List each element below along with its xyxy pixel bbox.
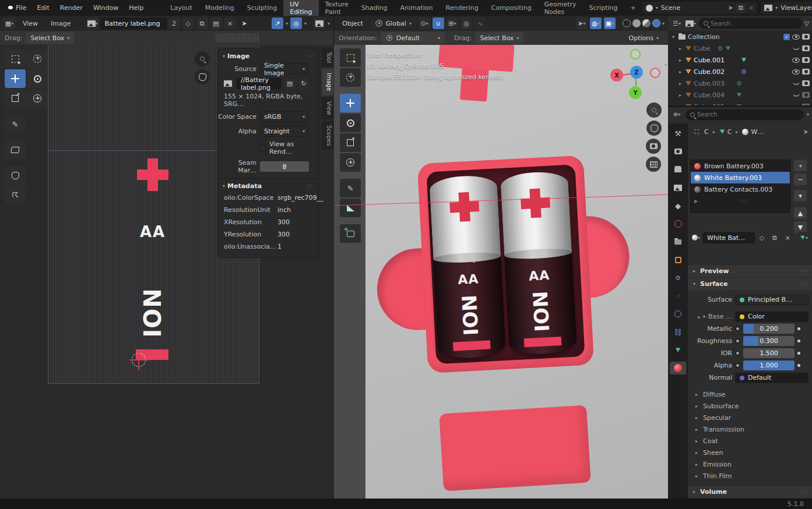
unlink-image-button[interactable]: × bbox=[224, 17, 236, 29]
menu-window[interactable]: Window bbox=[88, 0, 124, 16]
outliner-search[interactable] bbox=[699, 18, 802, 29]
vp-drag-mode-dropdown[interactable]: Select Box▾ bbox=[475, 32, 523, 44]
subpanel-diffuse[interactable]: ▸Diffuse bbox=[688, 388, 812, 400]
reload-icon[interactable]: ↻ bbox=[298, 79, 309, 89]
properties-search-input[interactable] bbox=[697, 111, 799, 118]
eye-open-icon[interactable] bbox=[792, 34, 800, 40]
snap-magnet-icon[interactable]: ∪ bbox=[433, 17, 444, 29]
add-workspace-button[interactable]: + bbox=[624, 0, 642, 16]
orientation-dropdown[interactable]: Global▾ bbox=[370, 17, 416, 29]
properties-editor-type-button[interactable]: ≡▾ bbox=[671, 109, 683, 121]
uv-tool-move[interactable] bbox=[5, 69, 26, 88]
base-color-label[interactable]: ▸ • Base … bbox=[688, 313, 732, 320]
tab-render[interactable] bbox=[670, 145, 686, 158]
uv-horizontal-scrollbar[interactable] bbox=[216, 33, 259, 43]
subpanel-specular[interactable]: ▸Specular bbox=[688, 412, 812, 423]
uv-menu-view[interactable]: View bbox=[17, 16, 43, 31]
tab-object-data[interactable] bbox=[670, 344, 686, 356]
camera-visibility-icon[interactable] bbox=[802, 34, 810, 40]
tab-object[interactable] bbox=[670, 253, 686, 266]
uv-tool-rotate[interactable] bbox=[27, 69, 48, 88]
uv-tool-grab[interactable] bbox=[5, 166, 26, 185]
id-screen-icon[interactable]: ⛶ bbox=[691, 126, 702, 137]
panel-grip[interactable]: ∷∷ bbox=[307, 183, 314, 189]
camera-visibility-icon[interactable] bbox=[802, 57, 810, 63]
eye-closed-icon[interactable] bbox=[793, 82, 800, 85]
keyframe-dot[interactable] bbox=[797, 364, 800, 367]
input-socket[interactable] bbox=[735, 326, 740, 331]
tab-sculpting[interactable]: Sculpting bbox=[241, 0, 283, 16]
tab-animation[interactable]: Animation bbox=[393, 0, 439, 16]
camera-visibility-icon[interactable] bbox=[802, 69, 810, 75]
uv-pan-button[interactable] bbox=[195, 69, 210, 84]
subpanel-emission[interactable]: ▸Emission bbox=[688, 458, 812, 470]
source-dropdown[interactable]: Single Image▾ bbox=[260, 63, 309, 75]
uv-tool-annotate[interactable]: ✎ bbox=[5, 115, 26, 133]
vp-tool-select-box[interactable] bbox=[340, 48, 361, 67]
eye-closed-icon[interactable] bbox=[793, 93, 800, 97]
vp-tool-measure[interactable] bbox=[340, 199, 361, 217]
outliner-row-cube-003[interactable]: ▸ Cube.003 ⚙ bbox=[668, 77, 812, 89]
xray-button[interactable]: ▣▾ bbox=[604, 17, 616, 29]
tab-layout[interactable]: Layout bbox=[164, 0, 198, 16]
vp-tool-add-cube[interactable] bbox=[340, 224, 361, 243]
axis-y-ball[interactable]: Y bbox=[629, 86, 642, 99]
surface-panel-header[interactable]: ▾Surface∷∷ bbox=[688, 277, 812, 290]
uv-tool-cursor[interactable] bbox=[27, 50, 48, 68]
shading-rendered-button[interactable] bbox=[652, 19, 660, 27]
vp-tool-move[interactable] bbox=[340, 94, 361, 112]
tab-collection[interactable] bbox=[670, 235, 686, 248]
tab-scene[interactable]: ◆ bbox=[670, 199, 686, 212]
transform-orientation-dropdown[interactable]: Default▾ bbox=[381, 32, 445, 44]
preview-panel-header[interactable]: ▸Preview∷∷ bbox=[688, 264, 812, 277]
pin-icon[interactable]: ➤ bbox=[803, 128, 809, 136]
input-socket[interactable] bbox=[735, 351, 740, 356]
axis-neg-ball[interactable] bbox=[650, 68, 660, 78]
vp-tool-transform[interactable] bbox=[340, 153, 361, 172]
camera-visibility-icon[interactable] bbox=[802, 92, 810, 98]
menu-help[interactable]: Help bbox=[124, 0, 149, 16]
image-browse-button[interactable]: ▾ bbox=[87, 17, 99, 29]
breadcrumb-material[interactable]: W… bbox=[751, 128, 764, 136]
scene-red-box-object[interactable] bbox=[439, 405, 591, 491]
image-overlay-button[interactable] bbox=[314, 17, 325, 29]
breadcrumb-data[interactable]: C bbox=[727, 128, 732, 136]
view-as-render-checkbox[interactable] bbox=[260, 145, 266, 151]
shading-wireframe-button[interactable] bbox=[623, 19, 631, 27]
chevron-down-icon[interactable]: ▾ bbox=[807, 112, 809, 117]
folder-icon[interactable]: ▤ bbox=[284, 79, 295, 89]
outliner-row-cube-005[interactable]: ▸ Cube.005 bbox=[668, 101, 812, 105]
tab-particles[interactable]: ⁖ bbox=[670, 289, 686, 302]
outliner-row-collection[interactable]: ▾ Collection ✓ bbox=[668, 31, 812, 43]
tab-material[interactable] bbox=[670, 362, 686, 374]
tab-compositing[interactable]: Compositing bbox=[485, 0, 538, 16]
filepath-field[interactable]: //Battery label.png bbox=[237, 78, 281, 89]
outliner-row-cube-002[interactable]: ▸ Cube.002 ⚙ bbox=[668, 66, 812, 77]
axis-neg-ball[interactable] bbox=[630, 49, 641, 59]
subpanel-transmission[interactable]: ▸Transmission bbox=[688, 423, 812, 435]
browse-material-button[interactable]: ▾ bbox=[690, 232, 702, 243]
uv-tool-rip-region[interactable] bbox=[5, 140, 26, 159]
filter-funnel-icon[interactable]: ▽ bbox=[804, 20, 809, 27]
pin-icon[interactable]: ➤ bbox=[728, 4, 733, 12]
uv-tool-scale[interactable] bbox=[5, 89, 26, 108]
input-socket[interactable] bbox=[735, 363, 740, 368]
subpanel-subsurface[interactable]: ▸Subsurface bbox=[688, 400, 812, 412]
input-socket[interactable] bbox=[735, 338, 740, 344]
alpha-dropdown[interactable]: Straight▾ bbox=[260, 126, 309, 137]
volume-panel-header[interactable]: ▸Volume∷∷ bbox=[688, 485, 812, 498]
camera-visibility-icon[interactable] bbox=[802, 45, 810, 51]
shading-solid-button[interactable] bbox=[632, 19, 641, 27]
tab-view-layer[interactable] bbox=[670, 181, 686, 194]
pin-icon[interactable]: ➤ bbox=[242, 20, 247, 27]
outliner-row-cube-004[interactable]: ▸ Cube.004 bbox=[668, 89, 812, 101]
snap-settings-button[interactable]: ⊞▾ bbox=[447, 17, 458, 29]
tab-shading[interactable]: Shading bbox=[355, 0, 394, 16]
duplicate-image-button[interactable]: ⧉ bbox=[196, 17, 208, 29]
uv-2d-cursor[interactable] bbox=[132, 353, 146, 367]
move-slot-up-button[interactable]: ▲ bbox=[794, 207, 807, 219]
tab-output[interactable] bbox=[670, 163, 686, 176]
tab-physics[interactable] bbox=[670, 307, 686, 320]
mode-dropdown[interactable]: Object bbox=[338, 17, 368, 29]
slot-battery-contacts[interactable]: Battery Contacts.003 bbox=[691, 183, 790, 195]
